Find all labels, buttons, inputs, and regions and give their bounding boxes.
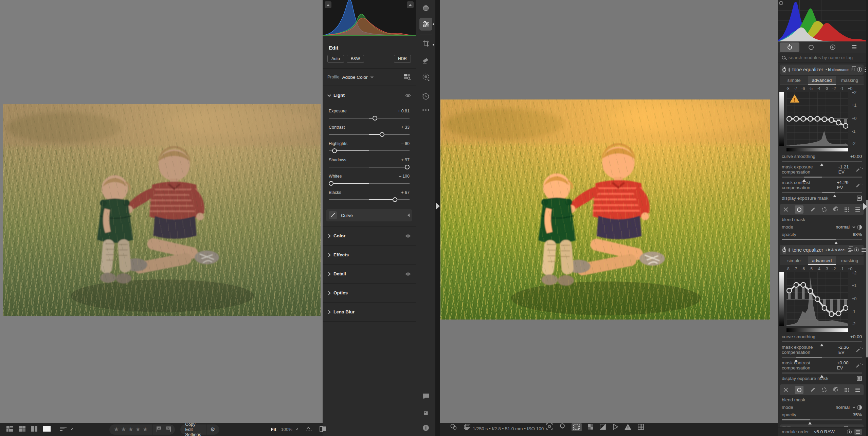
collapse-right-panel-arrow[interactable] [863,203,867,210]
tab-masking[interactable]: masking [836,256,864,265]
section-color[interactable]: Color [323,226,416,245]
tab-masking[interactable]: masking [836,76,864,85]
tab-advanced[interactable]: advanced [808,256,836,265]
opacity-slider[interactable] [782,419,862,420]
profile-browser-icon[interactable] [403,73,411,81]
overexposed-check-button[interactable] [587,425,595,431]
lightroom-histogram[interactable] [323,0,416,36]
raster-mask-icon[interactable] [845,388,849,392]
blend-off-icon[interactable] [783,387,788,392]
healing-tool-button[interactable] [422,56,430,65]
module-power-button[interactable] [782,246,786,254]
multi-instance-icon[interactable] [848,248,851,252]
more-options-button[interactable] [422,109,429,111]
module-search[interactable] [778,53,866,62]
chevron-down-icon[interactable] [296,428,298,430]
blend-menu-icon[interactable] [855,207,860,212]
display-mask-toggle[interactable] [857,196,862,201]
multi-instance-icon[interactable] [851,68,854,71]
darktable-histogram[interactable] [778,0,866,41]
blend-menu-icon[interactable] [855,388,860,392]
focus-peaking-button[interactable] [545,425,555,431]
magic-wand-icon[interactable] [857,347,862,352]
rawoverexposed-button[interactable] [599,425,608,431]
section-lens-blur[interactable]: Lens Blur [323,303,416,321]
keywords-tag-button[interactable] [422,409,430,417]
blacks-slider[interactable] [329,199,410,200]
chevron-down-icon[interactable] [852,225,855,228]
gear-icon[interactable]: ⚙ [206,426,219,433]
histogram-collapse-left-button[interactable] [325,1,331,8]
edit-tool-button[interactable] [419,18,432,31]
profile-row[interactable]: Profile Adobe Color [323,69,416,86]
tab-simple[interactable]: simple [780,76,808,85]
tab-advanced[interactable]: advanced [808,76,836,85]
mask-exposure-slider[interactable] [782,177,862,178]
section-effects[interactable]: Effects [323,246,416,264]
drawn-mask-icon[interactable] [810,207,815,212]
histogram-collapse-right-button[interactable] [407,1,414,8]
reset-icon[interactable] [857,67,862,72]
reject-flag-icon[interactable] [165,426,171,433]
light-section-header[interactable]: Light [323,86,416,105]
photo-before-edit[interactable] [3,104,321,316]
reset-icon[interactable] [847,430,852,434]
module-power-button[interactable] [782,66,786,73]
module-header-tone-equalizer-2[interactable]: tone equalizer • h & s dec. [780,245,864,255]
photo-after-edit[interactable] [440,99,770,320]
chevron-down-icon[interactable] [852,405,855,408]
blend-mode-value[interactable]: normal [836,405,850,410]
view-photogrid-button[interactable] [6,425,14,434]
bw-button[interactable]: B&W [347,55,364,63]
magic-wand-icon[interactable] [857,182,862,188]
module-order-menu-button[interactable] [854,429,862,435]
section-optics[interactable]: Optics [323,284,416,302]
curve-row[interactable]: Curve [326,209,412,221]
whites-slider[interactable] [329,183,410,184]
magic-wand-icon[interactable] [857,363,862,368]
sort-button[interactable] [59,426,68,433]
zoom-level[interactable]: 100% [281,427,292,432]
eye-icon[interactable] [405,93,411,97]
highlights-slider[interactable] [329,150,410,151]
base-modules-group-button[interactable] [801,42,821,52]
panel-scrollbar-thumb[interactable] [866,200,868,358]
auto-button[interactable]: Auto [327,55,344,63]
masking-tool-button[interactable] [421,73,430,81]
tone-eq-graph-1[interactable]: +2+1+0-1-2 [778,92,866,146]
crop-tool-button[interactable] [422,39,430,48]
contrast-slider[interactable] [329,134,410,135]
tone-eq-curve[interactable] [786,272,848,326]
blend-order-icon[interactable] [857,225,862,230]
blend-off-icon[interactable] [783,207,788,212]
curve-smoothing-slider[interactable] [782,341,862,342]
blend-uniform-button[interactable] [795,386,803,394]
eye-icon[interactable] [405,234,411,238]
presets-menu-icon[interactable] [862,248,866,252]
versions-history-button[interactable] [422,92,430,101]
star-1[interactable]: ★ [113,426,120,433]
opacity-slider[interactable] [782,239,862,240]
second-window-icon[interactable] [464,425,472,431]
exposure-slider[interactable] [329,118,410,119]
blend-order-icon[interactable] [857,405,862,410]
star-5[interactable]: ★ [142,426,149,433]
curve-smoothing-slider[interactable] [782,161,862,162]
parametric-mask-icon[interactable] [822,387,827,392]
blend-uniform-button[interactable] [795,205,803,214]
tone-eq-graph-2[interactable]: +2+1+0-1-2 [778,272,866,326]
profile-value[interactable]: Adobe Color [342,75,367,80]
fit-button[interactable]: Fit [271,427,276,432]
shadows-slider[interactable] [329,167,410,167]
drawn-parametric-mask-icon[interactable] [833,206,838,213]
blend-mode-value[interactable]: normal [836,224,850,230]
group-menu-button[interactable] [844,42,864,52]
view-detail-button[interactable] [43,425,51,434]
active-modules-group-button[interactable] [780,42,799,52]
hdr-button[interactable]: HDR [394,55,411,63]
module-order-value[interactable]: v5.0 RAW [814,429,835,434]
parametric-mask-icon[interactable] [822,207,827,212]
mask-contrast-slider[interactable] [782,192,862,193]
eye-icon[interactable] [405,272,411,276]
before-after-button[interactable] [319,426,327,433]
